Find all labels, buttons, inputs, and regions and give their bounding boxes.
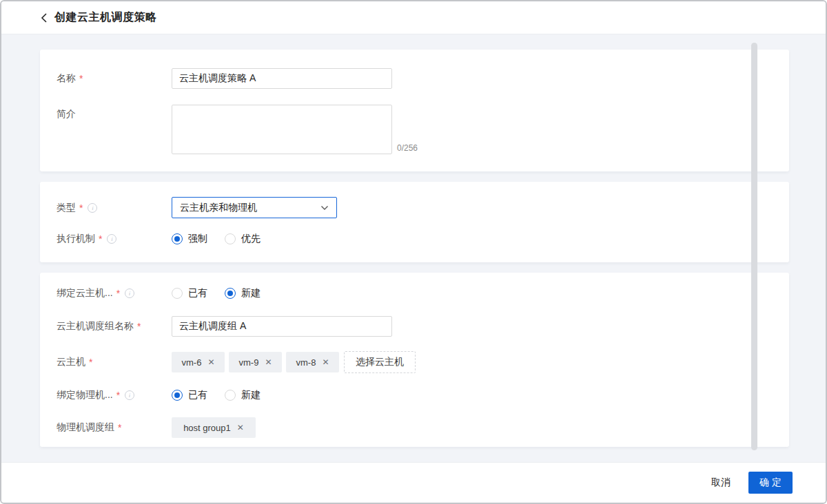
required-marker: *: [79, 73, 83, 84]
vertical-scrollbar-thumb[interactable]: [751, 43, 757, 450]
radio-mechanism-prefer[interactable]: 优先: [225, 233, 261, 245]
page-header: 创建云主机调度策略: [1, 1, 826, 34]
type-row: 类型 * i 云主机亲和物理机: [40, 197, 789, 218]
type-select-value: 云主机亲和物理机: [180, 202, 257, 214]
description-label: 简介: [57, 108, 76, 120]
bind-vm-group-label: 绑定云主机...: [57, 287, 113, 300]
vm-group-name-row: 云主机调度组名称 *: [40, 316, 789, 337]
page-footer: 取消 确 定: [1, 462, 826, 503]
vm-group-name-label: 云主机调度组名称: [57, 320, 134, 333]
required-marker: *: [99, 233, 102, 244]
type-select[interactable]: 云主机亲和物理机: [172, 197, 337, 218]
vm-group-name-input[interactable]: [172, 316, 392, 337]
info-icon[interactable]: i: [107, 234, 116, 244]
required-marker: *: [89, 357, 92, 368]
radio-host-group-existing[interactable]: 已有: [172, 389, 207, 401]
radio-vm-group-existing[interactable]: 已有: [172, 287, 207, 300]
close-icon[interactable]: ✕: [207, 358, 214, 366]
radio-icon: [172, 233, 183, 244]
required-marker: *: [116, 288, 120, 299]
description-textarea[interactable]: [172, 105, 392, 154]
type-label: 类型: [57, 202, 76, 214]
char-counter: 0/256: [397, 143, 418, 153]
host-group-label: 物理机调度组: [57, 421, 114, 434]
chevron-left-icon: [41, 12, 48, 23]
required-marker: *: [137, 321, 141, 332]
radio-host-group-new[interactable]: 新建: [225, 389, 261, 401]
required-marker: *: [79, 202, 83, 213]
close-icon[interactable]: ✕: [237, 423, 244, 432]
host-group-row: 物理机调度组 * host group1 ✕: [40, 417, 789, 438]
radio-icon: [172, 390, 183, 401]
required-marker: *: [118, 422, 121, 433]
vm-row: 云主机 * vm-6 ✕ vm-9 ✕ vm-8 ✕: [40, 351, 789, 373]
mechanism-label: 执行机制: [57, 233, 95, 245]
vm-tag: vm-6 ✕: [172, 352, 225, 372]
policy-type-card: 类型 * i 云主机亲和物理机 执行机制 * i: [40, 182, 789, 262]
close-icon[interactable]: ✕: [265, 358, 272, 366]
form-content: 名称 * 简介 0/256 类型 * i: [1, 34, 826, 462]
radio-vm-group-new[interactable]: 新建: [225, 287, 261, 300]
radio-icon: [225, 233, 236, 244]
radio-mechanism-force[interactable]: 强制: [172, 233, 207, 245]
bind-vm-group-row: 绑定云主机... * i 已有 新建: [40, 286, 789, 300]
info-icon[interactable]: i: [88, 203, 97, 213]
basic-info-card: 名称 * 简介 0/256: [40, 50, 789, 171]
radio-icon: [225, 390, 236, 401]
chevron-down-icon: [320, 205, 329, 211]
page-title: 创建云主机调度策略: [54, 10, 157, 25]
host-group-tag: host group1 ✕: [172, 417, 256, 438]
vm-tag: vm-8 ✕: [286, 352, 339, 372]
confirm-button[interactable]: 确 定: [748, 472, 793, 494]
bind-host-group-row: 绑定物理机... * i 已有 新建: [40, 388, 789, 402]
select-vm-button[interactable]: 选择云主机: [344, 351, 416, 373]
vm-label: 云主机: [57, 356, 85, 368]
mechanism-row: 执行机制 * i 强制 优先: [40, 232, 789, 246]
radio-icon: [172, 288, 183, 299]
required-marker: *: [116, 390, 120, 401]
cancel-button[interactable]: 取消: [711, 476, 731, 489]
name-row: 名称 *: [40, 68, 789, 89]
description-row: 简介 0/256: [40, 105, 789, 154]
name-label: 名称: [57, 72, 76, 85]
binding-card: 绑定云主机... * i 已有 新建 云主机调度组: [40, 273, 789, 447]
back-button[interactable]: [41, 12, 48, 23]
radio-icon: [225, 288, 236, 299]
info-icon[interactable]: i: [125, 288, 134, 298]
vm-tag: vm-9 ✕: [229, 352, 282, 372]
close-icon[interactable]: ✕: [322, 358, 329, 366]
info-icon[interactable]: i: [125, 390, 134, 400]
bind-host-group-label: 绑定物理机...: [57, 389, 113, 401]
name-input[interactable]: [172, 68, 392, 89]
create-scheduling-policy-page: 创建云主机调度策略 名称 * 简介 0/256: [0, 0, 827, 504]
